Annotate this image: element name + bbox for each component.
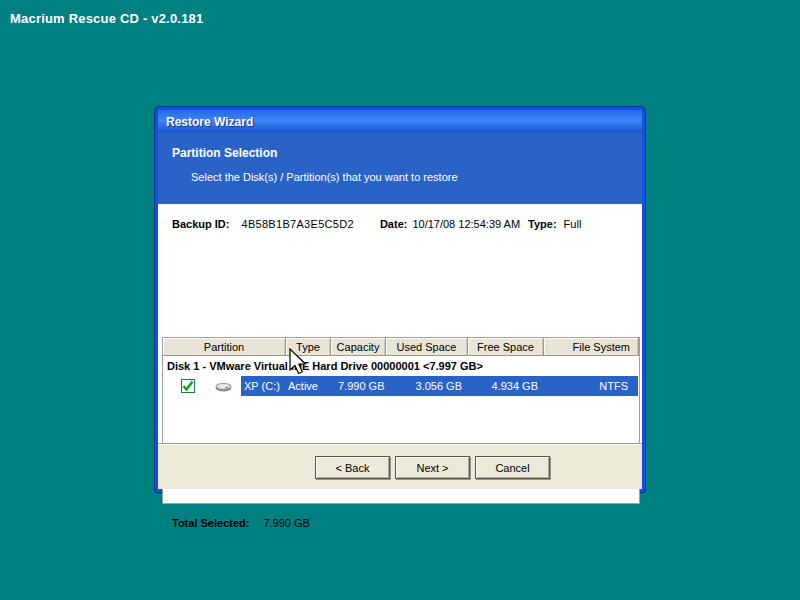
cancel-button[interactable]: Cancel: [475, 456, 550, 479]
wizard-step-title: Partition Selection: [172, 146, 277, 160]
backup-type-value: Full: [564, 218, 582, 230]
dialog-footer: < Back Next > Cancel: [158, 443, 642, 489]
total-selected-label: Total Selected:: [172, 517, 249, 529]
column-header-partition[interactable]: Partition: [163, 338, 286, 355]
back-button[interactable]: < Back: [315, 456, 390, 479]
disk-group-row: Disk 1 - VMware Virtual IDE Hard Drive 0…: [163, 356, 639, 376]
cell-partition-name: XP (C:): [241, 380, 286, 392]
total-selected-value: 7.990 GB: [263, 517, 309, 529]
column-header-file-system[interactable]: File System: [544, 338, 639, 355]
wizard-step-subtitle: Select the Disk(s) / Partition(s) that y…: [191, 171, 458, 183]
wizard-content-area: Backup ID: 4B58B1B7A3E5C5D2 Date: 10/17/…: [158, 204, 642, 443]
cell-used-space: 3.056 GB: [386, 380, 468, 392]
table-row[interactable]: XP (C:) Active 7.990 GB 3.056 GB 4.934 G…: [163, 376, 639, 396]
total-selected-line: Total Selected: 7.990 GB: [172, 517, 310, 529]
column-header-type[interactable]: Type: [286, 338, 331, 355]
wizard-header-panel: Partition Selection Select the Disk(s) /…: [158, 133, 642, 204]
hard-drive-icon: [215, 380, 232, 394]
column-header-used-space[interactable]: Used Space: [386, 338, 468, 355]
column-header-capacity[interactable]: Capacity: [331, 338, 386, 355]
restore-wizard-dialog: Restore Wizard Partition Selection Selec…: [155, 107, 645, 492]
dialog-titlebar[interactable]: Restore Wizard: [158, 110, 642, 133]
backup-info-line: Backup ID: 4B58B1B7A3E5C5D2 Date: 10/17/…: [172, 218, 634, 230]
next-button[interactable]: Next >: [395, 456, 470, 479]
partition-checkbox[interactable]: [181, 379, 195, 393]
backup-date-label: Date:: [380, 218, 408, 230]
check-icon: [182, 380, 194, 392]
desktop-brand-label: Macrium Rescue CD - v2.0.181: [10, 11, 203, 26]
backup-type-label: Type:: [528, 218, 557, 230]
partition-list-header: Partition Type Capacity Used Space Free …: [163, 338, 639, 356]
cell-file-system: NTFS: [544, 380, 638, 392]
backup-id-value: 4B58B1B7A3E5C5D2: [241, 218, 353, 230]
selected-row-highlight: XP (C:) Active 7.990 GB 3.056 GB 4.934 G…: [241, 376, 638, 396]
cell-free-space: 4.934 GB: [468, 380, 544, 392]
cell-partition-type: Active: [286, 380, 331, 392]
dialog-title: Restore Wizard: [166, 115, 253, 129]
backup-date-value: 10/17/08 12:54:39 AM: [412, 218, 520, 230]
backup-id-label: Backup ID:: [172, 218, 229, 230]
cell-capacity: 7.990 GB: [331, 380, 386, 392]
column-header-free-space[interactable]: Free Space: [468, 338, 544, 355]
